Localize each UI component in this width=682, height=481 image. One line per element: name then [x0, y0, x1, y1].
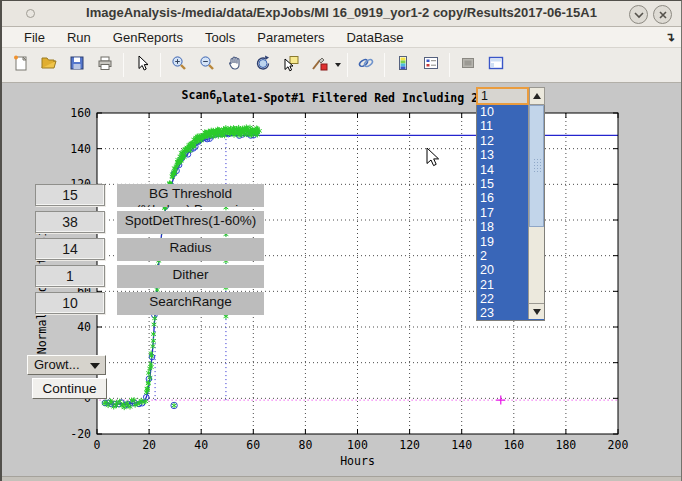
- chevron-down-icon: [633, 9, 645, 21]
- x-tick-label: 0: [94, 438, 101, 452]
- zoom-in-icon: [170, 54, 188, 76]
- list-scrollbar[interactable]: [528, 105, 544, 319]
- pointer-icon: [133, 54, 151, 76]
- param-label-radius: Radius: [117, 238, 264, 261]
- growth-model-dropdown[interactable]: Growt...: [27, 355, 106, 375]
- menu-bar: FileRunGenReportsToolsParametersDataBase: [2, 27, 681, 48]
- close-icon: [657, 9, 669, 21]
- menu-file[interactable]: File: [14, 28, 55, 47]
- toolbar-separator: [347, 53, 348, 77]
- brush-data-icon: [310, 54, 328, 76]
- rotate-3d-button[interactable]: [250, 52, 276, 78]
- y-tick-label: 160: [70, 106, 91, 120]
- menu-database[interactable]: DataBase: [336, 28, 413, 47]
- new-document-icon: [12, 54, 30, 76]
- link-plots-button[interactable]: [353, 52, 379, 78]
- hide-plot-tools-icon: [459, 54, 477, 76]
- menu-overflow-icon[interactable]: ↴: [665, 30, 675, 44]
- toolbar-separator: [123, 53, 124, 77]
- toolbar-separator: [160, 53, 161, 77]
- insert-legend-icon: [422, 54, 440, 76]
- spot-number-combobox[interactable]: 1: [476, 87, 529, 105]
- pointer-button[interactable]: [129, 52, 155, 78]
- open-file-icon: [40, 54, 58, 76]
- param-input-dither[interactable]: 1: [35, 265, 105, 287]
- brush-data-button[interactable]: [306, 52, 332, 78]
- toolbar: [2, 48, 681, 83]
- spot-number-list: 10111213141516171819220212223: [476, 105, 545, 321]
- scrollbar-thumb[interactable]: [529, 105, 544, 227]
- insert-colorbar-button[interactable]: [390, 52, 416, 78]
- x-tick-label: 60: [246, 438, 260, 452]
- data-cursor-button[interactable]: [278, 52, 304, 78]
- param-input-searchrange[interactable]: 10: [35, 292, 105, 314]
- y-tick-label: -20: [70, 427, 91, 441]
- link-plots-icon: [357, 54, 375, 76]
- param-input-spotdetthres-1-60-[interactable]: 38: [35, 211, 105, 233]
- application-window: ImageAnalysis-/media/data/ExpJobs/MI 16_…: [0, 0, 682, 481]
- arrow-down-icon: [533, 309, 541, 315]
- menu-genreports[interactable]: GenReports: [103, 28, 193, 47]
- window-title: ImageAnalysis-/media/data/ExpJobs/MI 16_…: [2, 5, 681, 20]
- minimize-button[interactable]: [629, 5, 648, 24]
- new-document-button[interactable]: [8, 52, 34, 78]
- x-axis-label: Hours: [340, 454, 375, 468]
- growth-model-label: Growt...: [34, 357, 80, 372]
- menu-tools[interactable]: Tools: [195, 28, 245, 47]
- mouse-cursor: [426, 148, 442, 168]
- param-input-radius[interactable]: 14: [35, 238, 105, 260]
- x-tick-label: 20: [142, 438, 156, 452]
- x-tick-label: 160: [503, 438, 524, 452]
- x-tick-label: 120: [399, 438, 420, 452]
- continue-button[interactable]: Continue: [32, 378, 107, 399]
- rotate-3d-icon: [254, 54, 272, 76]
- insert-colorbar-icon: [394, 54, 412, 76]
- title-bar: ImageAnalysis-/media/data/ExpJobs/MI 16_…: [2, 1, 681, 27]
- brush-menu-caret-icon: [334, 55, 342, 75]
- arrow-up-icon: [533, 93, 541, 99]
- menu-parameters[interactable]: Parameters: [247, 28, 334, 47]
- toolbar-separator: [449, 53, 450, 77]
- param-input-bg-threshold[interactable]: 15: [35, 184, 105, 206]
- brush-menu-caret-button[interactable]: [333, 52, 343, 78]
- data-cursor-icon: [282, 54, 300, 76]
- toolbar-separator: [384, 53, 385, 77]
- x-tick-label: 100: [347, 438, 368, 452]
- pan-icon: [226, 54, 244, 76]
- pan-button[interactable]: [222, 52, 248, 78]
- x-tick-label: 180: [556, 438, 577, 452]
- open-file-button[interactable]: [36, 52, 62, 78]
- param-label-spotdetthres-1-60-: SpotDetThres(1-60%): [117, 211, 264, 234]
- x-tick-label: 40: [194, 438, 208, 452]
- print-figure-button[interactable]: [92, 52, 118, 78]
- dropdown-arrow-icon: [90, 363, 100, 369]
- show-plot-tools-button[interactable]: [483, 52, 509, 78]
- x-tick-label: 140: [451, 438, 472, 452]
- print-figure-icon: [96, 54, 114, 76]
- insert-legend-button[interactable]: [418, 52, 444, 78]
- zoom-out-icon: [198, 54, 216, 76]
- param-label-dither: Dither: [117, 265, 264, 288]
- x-tick-label: 200: [608, 438, 629, 452]
- scrollbar-grip: [533, 158, 542, 174]
- zoom-in-button[interactable]: [166, 52, 192, 78]
- menu-run[interactable]: Run: [57, 28, 101, 47]
- y-tick-label: 140: [70, 142, 91, 156]
- save-figure-icon: [68, 54, 86, 76]
- scroll-down-button[interactable]: [529, 303, 544, 319]
- y-tick-label: 40: [77, 320, 91, 334]
- param-label-bg-threshold: BG Threshold(%below) Dynamic: [117, 184, 264, 207]
- save-figure-button[interactable]: [64, 52, 90, 78]
- show-plot-tools-icon: [487, 54, 505, 76]
- param-label-searchrange: SearchRange: [117, 292, 264, 315]
- close-button[interactable]: [653, 5, 672, 24]
- window-frame-bottom: [2, 476, 682, 481]
- scroll-up-button[interactable]: [529, 87, 545, 105]
- hide-plot-tools-button[interactable]: [455, 52, 481, 78]
- x-tick-label: 80: [298, 438, 312, 452]
- zoom-out-button[interactable]: [194, 52, 220, 78]
